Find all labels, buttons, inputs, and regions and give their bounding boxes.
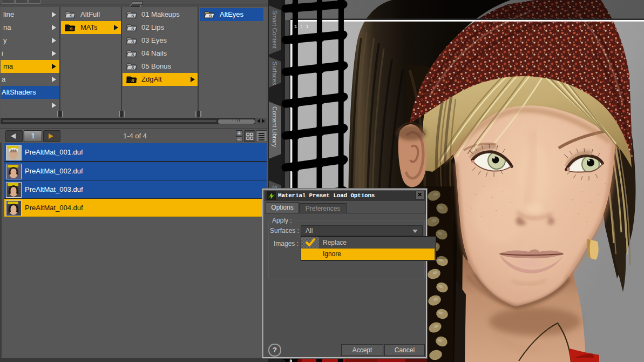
svg-text:1 : 1: 1 : 1	[294, 24, 309, 30]
svg-text:S: S	[209, 14, 212, 18]
svg-text:S: S	[70, 26, 73, 31]
svg-text:S: S	[131, 26, 134, 31]
svg-text:S: S	[70, 14, 73, 18]
svg-text:S: S	[131, 65, 134, 70]
svg-text:S: S	[131, 39, 134, 44]
svg-text:S: S	[131, 14, 134, 18]
svg-text:S: S	[131, 52, 134, 57]
svg-text:S: S	[131, 78, 134, 83]
